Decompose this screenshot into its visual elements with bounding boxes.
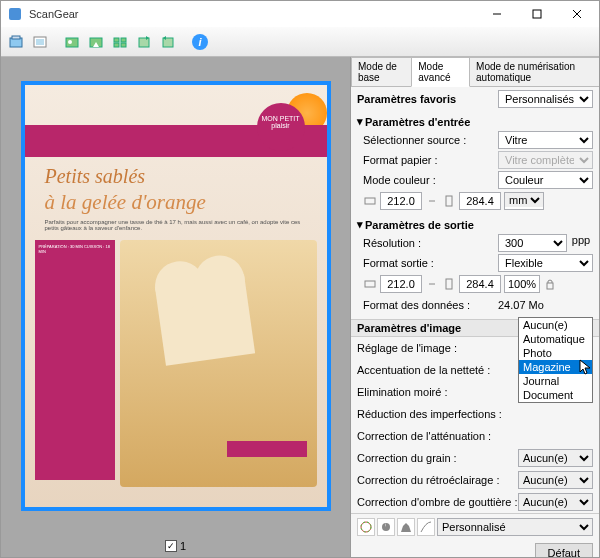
minimize-button[interactable] — [477, 1, 517, 27]
histogram-icon[interactable] — [397, 518, 415, 536]
output-scale[interactable] — [504, 275, 540, 293]
new-scan-icon[interactable] — [5, 31, 27, 53]
thumb-number: 1 — [180, 540, 186, 552]
rotate-left-icon[interactable] — [133, 31, 155, 53]
svg-rect-24 — [547, 283, 553, 289]
link-icon[interactable] — [425, 194, 439, 208]
output-height[interactable] — [459, 275, 501, 293]
input-width[interactable] — [380, 192, 422, 210]
svg-rect-9 — [66, 38, 78, 47]
preview-footer: ✓ 1 — [1, 535, 350, 557]
svg-rect-12 — [114, 38, 119, 42]
option-none[interactable]: Aucun(e) — [519, 318, 592, 332]
height-icon — [442, 194, 456, 208]
select-all-icon[interactable] — [109, 31, 131, 53]
titlebar: ScanGear — [1, 1, 599, 27]
window-title: ScanGear — [27, 8, 477, 20]
option-document[interactable]: Document — [519, 388, 592, 402]
option-magazine[interactable]: Magazine — [519, 360, 592, 374]
color-tools: Personnalisé — [351, 513, 599, 540]
backlight-select[interactable]: Aucun(e) — [518, 471, 593, 489]
tab-basic[interactable]: Mode de base — [351, 57, 412, 86]
tab-auto[interactable]: Mode de numérisation automatique — [469, 57, 599, 86]
svg-rect-22 — [365, 281, 375, 287]
output-header[interactable]: ▾Paramètres de sortie — [357, 216, 593, 233]
thumb-checkbox[interactable]: ✓ — [165, 540, 177, 552]
svg-rect-0 — [9, 8, 21, 20]
favorites-select[interactable]: Personnalisés — [498, 90, 593, 108]
out-width-icon — [363, 277, 377, 291]
color-balance-icon[interactable] — [357, 518, 375, 536]
curve-icon[interactable] — [417, 518, 435, 536]
info-icon[interactable]: i — [189, 31, 211, 53]
favorites-label: Paramètres favoris — [357, 93, 498, 105]
link-icon[interactable] — [425, 277, 439, 291]
curve-preset-select[interactable]: Personnalisé — [437, 518, 593, 536]
color-mode-select[interactable]: Couleur — [498, 171, 593, 189]
input-header[interactable]: ▾Paramètres d'entrée — [357, 113, 593, 130]
svg-rect-8 — [36, 39, 44, 45]
maximize-button[interactable] — [517, 1, 557, 27]
output-width[interactable] — [380, 275, 422, 293]
paper-select: Vitre complète — [498, 151, 593, 169]
scangear-window: ScanGear i MON PETIT plaisir Petits sab — [0, 0, 600, 558]
svg-rect-2 — [533, 10, 541, 18]
unit-select[interactable]: mm — [505, 193, 543, 207]
svg-point-10 — [68, 40, 72, 44]
option-auto[interactable]: Automatique — [519, 332, 592, 346]
brightness-icon[interactable] — [377, 518, 395, 536]
svg-point-25 — [361, 522, 371, 532]
crop-all-icon[interactable] — [85, 31, 107, 53]
svg-rect-15 — [121, 43, 126, 47]
app-icon — [7, 6, 23, 22]
thumbnail-icon[interactable] — [61, 31, 83, 53]
default-button[interactable]: Défaut — [535, 543, 593, 557]
close-button[interactable] — [557, 1, 597, 27]
option-journal[interactable]: Journal — [519, 374, 592, 388]
tab-advanced[interactable]: Mode avancé — [411, 57, 470, 87]
settings-panel: Mode de base Mode avancé Mode de numéris… — [351, 57, 599, 557]
open-scan-icon[interactable] — [29, 31, 51, 53]
gutter-select[interactable]: Aucun(e) — [518, 493, 593, 511]
scan-thumbnail[interactable]: MON PETIT plaisir Petits sablés à la gel… — [21, 81, 331, 511]
rotate-right-icon[interactable] — [157, 31, 179, 53]
svg-rect-14 — [114, 43, 119, 47]
resolution-select[interactable]: 300 — [498, 234, 567, 252]
source-select[interactable]: Vitre — [498, 131, 593, 149]
option-photo[interactable]: Photo — [519, 346, 592, 360]
main-area: MON PETIT plaisir Petits sablés à la gel… — [1, 57, 599, 557]
svg-rect-21 — [446, 196, 452, 206]
svg-rect-20 — [365, 198, 375, 204]
image-adjust-dropdown[interactable]: Aucun(e) Automatique Photo Magazine Jour… — [518, 317, 593, 403]
width-icon — [363, 194, 377, 208]
preview-pane: MON PETIT plaisir Petits sablés à la gel… — [1, 57, 351, 557]
input-height[interactable] — [459, 192, 501, 210]
svg-rect-16 — [139, 38, 149, 47]
svg-rect-17 — [163, 38, 173, 47]
grain-select[interactable]: Aucun(e) — [518, 449, 593, 467]
toolbar: i — [1, 27, 599, 57]
lock-icon[interactable] — [543, 277, 557, 291]
mode-tabs: Mode de base Mode avancé Mode de numéris… — [351, 57, 599, 87]
svg-rect-23 — [446, 279, 452, 289]
svg-rect-6 — [12, 36, 20, 39]
out-height-icon — [442, 277, 456, 291]
svg-rect-13 — [121, 38, 126, 42]
output-format-select[interactable]: Flexible — [498, 254, 593, 272]
